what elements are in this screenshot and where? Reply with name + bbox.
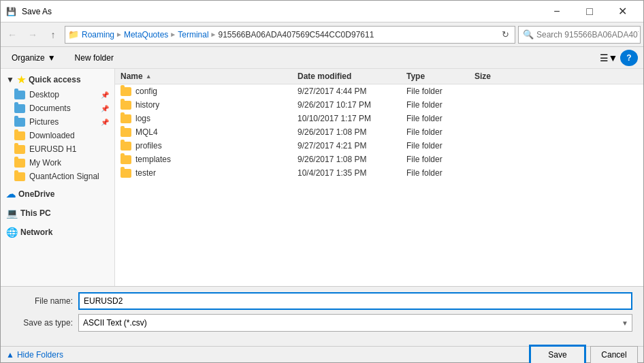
save-button[interactable]: Save bbox=[530, 346, 585, 364]
column-size-header[interactable]: Size bbox=[474, 72, 529, 81]
file-type-2: File folder bbox=[406, 114, 474, 123]
pin-icon-desktop: 📌 bbox=[101, 91, 109, 99]
hide-folders-arrow: ▲ bbox=[6, 350, 14, 360]
file-date-5: 9/26/2017 1:08 PM bbox=[297, 155, 406, 164]
minimize-button[interactable]: − bbox=[541, 1, 573, 22]
sidebar-item-mywork[interactable]: My Work bbox=[1, 156, 114, 170]
address-bar[interactable]: 📁 Roaming ► MetaQuotes ► Terminal ► 9155… bbox=[65, 26, 515, 44]
file-name-6: tester bbox=[135, 168, 156, 178]
collapse-arrow-quick-access: ▼ bbox=[6, 75, 14, 84]
address-toolbar: ← → ↑ 📁 Roaming ► MetaQuotes ► Terminal … bbox=[1, 22, 643, 47]
sidebar-item-pictures[interactable]: Pictures 📌 bbox=[1, 115, 114, 129]
column-type-label: Type bbox=[406, 72, 425, 81]
sidebar: ▼ ★ Quick access Desktop 📌 Documents 📌 P… bbox=[1, 69, 115, 286]
title-bar: 💾 Save As − □ ✕ bbox=[1, 1, 643, 22]
filename-row: File name: bbox=[12, 292, 632, 310]
search-icon: 🔍 bbox=[523, 29, 534, 40]
file-area: Name ▲ Date modified Type Size config 9 bbox=[115, 69, 643, 286]
breadcrumb-metaquotes[interactable]: MetaQuotes bbox=[124, 30, 168, 40]
organize-button[interactable]: Organize ▼ bbox=[6, 50, 61, 66]
thispc-item[interactable]: 💻 This PC bbox=[1, 205, 114, 221]
file-date-1: 9/26/2017 10:17 PM bbox=[297, 100, 406, 110]
column-type-header[interactable]: Type bbox=[406, 72, 474, 81]
up-button[interactable]: ↑ bbox=[44, 26, 62, 44]
file-type-0: File folder bbox=[406, 86, 474, 96]
quick-access-header[interactable]: ▼ ★ Quick access bbox=[1, 72, 114, 88]
refresh-button[interactable]: ↻ bbox=[498, 28, 512, 42]
table-row[interactable]: templates 9/26/2017 1:08 PM File folder bbox=[115, 153, 643, 166]
table-row[interactable]: logs 10/10/2017 1:17 PM File folder bbox=[115, 112, 643, 125]
column-name-label: Name bbox=[120, 72, 143, 81]
file-type-4: File folder bbox=[406, 141, 474, 151]
close-button[interactable]: ✕ bbox=[607, 1, 638, 22]
breadcrumb-terminal[interactable]: Terminal bbox=[178, 30, 208, 40]
column-date-header[interactable]: Date modified bbox=[297, 72, 406, 81]
filetype-label: Save as type: bbox=[12, 318, 73, 328]
folder-icon-3 bbox=[120, 128, 131, 137]
sidebar-item-quantaction[interactable]: QuantAction Signal bbox=[1, 170, 114, 183]
search-input[interactable] bbox=[536, 30, 639, 40]
column-name-header[interactable]: Name ▲ bbox=[120, 72, 297, 81]
hide-folders-bar: ▲ Hide Folders Save Cancel bbox=[1, 346, 643, 362]
quick-access-section: ▼ ★ Quick access Desktop 📌 Documents 📌 P… bbox=[1, 72, 114, 183]
sidebar-item-eurusd[interactable]: EURUSD H1 bbox=[1, 142, 114, 156]
file-date-4: 9/27/2017 4:21 PM bbox=[297, 141, 406, 151]
toolbar2-right: ☰▼ ? bbox=[600, 50, 638, 66]
help-button[interactable]: ? bbox=[620, 50, 638, 66]
table-row[interactable]: profiles 9/27/2017 4:21 PM File folder bbox=[115, 139, 643, 153]
search-box[interactable]: 🔍 bbox=[518, 26, 641, 44]
network-item[interactable]: 🌐 Network bbox=[1, 224, 114, 240]
folder-icon-4 bbox=[120, 142, 131, 151]
table-row[interactable]: MQL4 9/26/2017 1:08 PM File folder bbox=[115, 125, 643, 139]
save-label: Save bbox=[548, 350, 566, 360]
sidebar-item-desktop[interactable]: Desktop 📌 bbox=[1, 88, 114, 101]
onedrive-section: ☁ OneDrive bbox=[1, 186, 114, 202]
table-row[interactable]: history 9/26/2017 10:17 PM File folder bbox=[115, 98, 643, 112]
filename-label: File name: bbox=[12, 296, 73, 306]
pin-icon-pictures: 📌 bbox=[101, 119, 109, 126]
organize-chevron: ▼ bbox=[48, 53, 56, 63]
maximize-button[interactable]: □ bbox=[574, 1, 605, 22]
folder-icon-6 bbox=[120, 169, 131, 178]
onedrive-item[interactable]: ☁ OneDrive bbox=[1, 186, 114, 202]
file-name-2: logs bbox=[135, 114, 150, 123]
filename-input[interactable] bbox=[78, 292, 632, 310]
bottom-buttons: Save Cancel bbox=[530, 346, 638, 364]
file-type-5: File folder bbox=[406, 155, 474, 164]
folder-icon-downloaded bbox=[14, 131, 25, 140]
folder-icon-documents bbox=[14, 104, 25, 113]
sidebar-item-label-mywork: My Work bbox=[29, 158, 61, 168]
folder-icon-0 bbox=[120, 87, 131, 96]
forward-button[interactable]: → bbox=[24, 26, 42, 44]
filetype-row: Save as type: ASCII Text (*.csv) ▼ bbox=[12, 314, 632, 332]
sidebar-item-label-documents: Documents bbox=[29, 104, 71, 113]
new-folder-label: New folder bbox=[75, 53, 114, 63]
hide-folders-link[interactable]: ▲ Hide Folders bbox=[6, 350, 63, 360]
breadcrumb-sep-1: ► bbox=[116, 31, 123, 38]
star-icon: ★ bbox=[17, 74, 26, 85]
thispc-section: 💻 This PC bbox=[1, 205, 114, 221]
view-toggle-button[interactable]: ☰▼ bbox=[600, 50, 617, 66]
folder-icon-5 bbox=[120, 155, 131, 164]
folder-icon-eurusd bbox=[14, 145, 25, 154]
network-section: 🌐 Network bbox=[1, 224, 114, 240]
cancel-button[interactable]: Cancel bbox=[590, 346, 638, 364]
file-type-6: File folder bbox=[406, 168, 474, 178]
column-date-label: Date modified bbox=[297, 72, 351, 81]
table-row[interactable]: tester 10/4/2017 1:35 PM File folder bbox=[115, 166, 643, 180]
file-date-3: 9/26/2017 1:08 PM bbox=[297, 127, 406, 137]
sidebar-item-downloaded[interactable]: Downloaded bbox=[1, 129, 114, 142]
folder-icon-1 bbox=[120, 101, 131, 110]
save-as-dialog: 💾 Save As − □ ✕ ← → ↑ 📁 Roaming ► MetaQu… bbox=[0, 0, 644, 363]
title-bar-left: 💾 Save As bbox=[6, 7, 52, 16]
file-date-0: 9/27/2017 4:44 PM bbox=[297, 86, 406, 96]
column-headers[interactable]: Name ▲ Date modified Type Size bbox=[115, 69, 643, 84]
table-row[interactable]: config 9/27/2017 4:44 PM File folder bbox=[115, 84, 643, 98]
file-name-5: templates bbox=[135, 155, 171, 164]
new-folder-button[interactable]: New folder bbox=[69, 50, 119, 66]
filetype-select[interactable]: ASCII Text (*.csv) bbox=[78, 314, 632, 332]
main-content: ▼ ★ Quick access Desktop 📌 Documents 📌 P… bbox=[1, 69, 643, 286]
breadcrumb-roaming[interactable]: Roaming bbox=[82, 30, 114, 40]
back-button[interactable]: ← bbox=[3, 26, 21, 44]
sidebar-item-documents[interactable]: Documents 📌 bbox=[1, 101, 114, 115]
